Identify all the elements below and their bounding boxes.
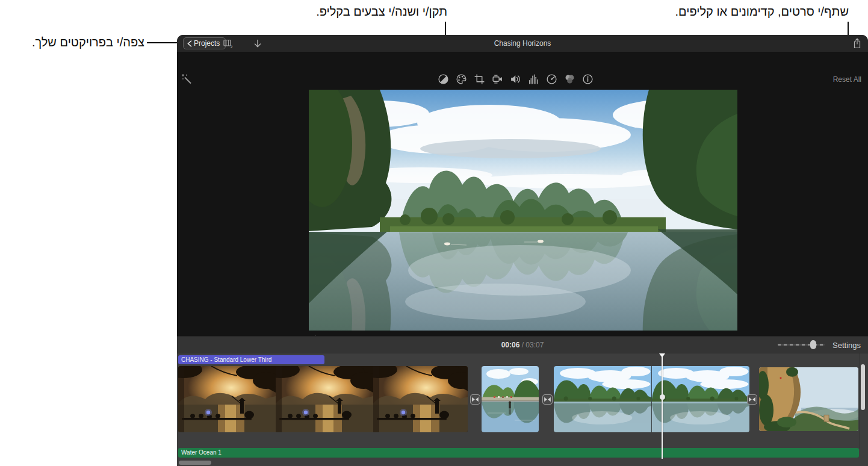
transition-icon[interactable] [747, 394, 757, 405]
reset-all-button[interactable]: Reset All [833, 75, 861, 84]
titlebar: Projects ♪ Chasing Horizons [177, 35, 868, 52]
audio-eq-icon[interactable] [528, 73, 539, 85]
audio-clip[interactable]: Water Ocean 1 [178, 448, 859, 458]
timecode-total: / 03:07 [522, 341, 544, 349]
callout-line-share [848, 22, 849, 35]
playhead-handle[interactable] [659, 353, 665, 361]
transition-icon[interactable] [542, 394, 553, 405]
vertical-scrollbar-track [860, 353, 860, 449]
transition-icon[interactable] [470, 394, 480, 405]
playhead-dot[interactable] [660, 394, 665, 400]
adjust-toolbar [438, 73, 594, 85]
share-icon[interactable] [851, 38, 863, 49]
sunset-fishermen-clip[interactable] [178, 366, 468, 432]
timecode-strip: 00:06 / 03:07 Settings [177, 336, 868, 353]
annotation-fix-colors: תקן/י ושנה/י צבעים בקליפ. [316, 4, 447, 19]
clip-filter-icon[interactable] [564, 73, 575, 85]
crop-icon[interactable] [474, 73, 485, 85]
timeline: CHASING - Standard Lower Third Water Oce… [177, 353, 868, 466]
info-icon[interactable] [582, 73, 594, 85]
imovie-window: Projects ♪ Chasing Horizons [177, 35, 868, 466]
annotation-share: שתף/י סרטים, קדימונים או קליפים. [675, 4, 849, 19]
project-title: Chasing Horizons [177, 39, 868, 48]
timeline-zoom-slider[interactable] [778, 344, 825, 346]
color-palette-icon[interactable] [456, 73, 467, 85]
settings-button[interactable]: Settings [832, 341, 861, 350]
vertical-scrollbar[interactable] [861, 364, 865, 410]
color-balance-icon[interactable] [438, 73, 449, 85]
timecode: 00:06 / 03:07 [177, 341, 868, 349]
video-preview [309, 90, 737, 331]
stabilization-icon[interactable] [492, 73, 503, 85]
karst-lake-clip[interactable] [554, 366, 749, 432]
volume-icon[interactable] [510, 73, 521, 85]
title-clip[interactable]: CHASING - Standard Lower Third [178, 355, 324, 364]
annotation-view-projects: צפה/י בפרויקטים שלך. [32, 34, 144, 50]
viewer-area: Reset All [177, 52, 868, 336]
horizontal-scrollbar[interactable] [179, 461, 211, 465]
playhead[interactable] [662, 353, 663, 459]
timecode-current: 00:06 [501, 341, 520, 349]
callout-line-projects [147, 42, 181, 43]
lake-portrait-clip[interactable] [482, 366, 539, 432]
speed-icon[interactable] [546, 73, 557, 85]
mountain-wall-clip[interactable] [759, 367, 858, 431]
enhance-wand-icon[interactable] [181, 73, 193, 85]
zoom-slider-thumb[interactable] [810, 340, 816, 349]
